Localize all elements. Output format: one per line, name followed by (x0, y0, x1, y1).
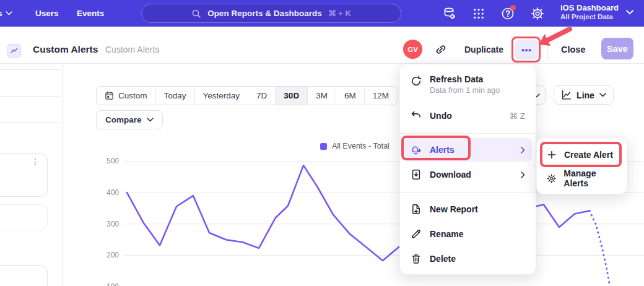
chevron-down-icon[interactable] (626, 10, 633, 15)
plus-icon (547, 150, 557, 160)
nav-users-label: Users (35, 9, 59, 18)
data-management-icon[interactable] (442, 6, 457, 21)
compare-label: Compare (105, 115, 142, 124)
delete-label: Delete (430, 254, 456, 264)
menu-divider (400, 192, 536, 193)
range-6m-label: 6M (344, 91, 356, 100)
search-shortcut: ⌘ + K (328, 9, 351, 18)
project-subtitle: All Project Data (560, 13, 619, 20)
project-title: iOS Dashboard (560, 3, 619, 12)
close-button[interactable]: Close (561, 45, 586, 54)
y-axis-tick: 400 (98, 188, 119, 197)
range-today-label: Today (164, 91, 186, 100)
range-today[interactable]: Today (155, 87, 194, 105)
undo-icon (411, 110, 422, 121)
legend-swatch-icon (320, 143, 327, 150)
toolbar-divider (547, 40, 548, 60)
search-icon (191, 9, 201, 19)
nav-events-label: Events (77, 9, 104, 18)
range-7d[interactable]: 7D (248, 87, 275, 105)
range-12m[interactable]: 12M (364, 87, 397, 105)
refresh-data-label: Refresh Data (430, 74, 500, 84)
chevron-down-icon (147, 118, 154, 122)
metric-card[interactable] (0, 204, 48, 230)
page-title: Custom Alerts (33, 44, 98, 55)
kebab-menu-icon[interactable]: ⋮ (31, 160, 40, 164)
range-30d-selected[interactable]: 30D (275, 87, 307, 105)
nav-item-users[interactable]: Users (35, 0, 59, 27)
more-options-button[interactable]: ••• (515, 40, 538, 59)
menu-item-undo[interactable]: Undo ⌘ Z (400, 103, 536, 129)
new-report-icon (411, 204, 422, 215)
sidebar-row-divider (0, 122, 60, 123)
nav-item-truncated[interactable]: s (0, 0, 12, 27)
chart-type-label: Line (577, 90, 594, 100)
notification-dot (510, 5, 516, 11)
date-range-control: Custom Today Yesterday 7D 30D 3M 6M 12M (96, 86, 398, 105)
range-3m-label: 3M (316, 91, 328, 100)
nav-item-events[interactable]: Events (77, 0, 104, 27)
gear-icon (547, 173, 556, 184)
range-custom[interactable]: Custom (97, 87, 155, 105)
alerts-label: Alerts (430, 145, 455, 155)
y-axis-tick: 100 (98, 282, 119, 286)
search-placeholder: Open Reports & Dashboards (207, 9, 322, 18)
range-7d-label: 7D (256, 91, 267, 100)
metric-card[interactable] (0, 265, 48, 286)
copy-link-icon[interactable] (435, 43, 447, 56)
chevron-down-icon (599, 93, 606, 97)
project-switcher[interactable]: iOS Dashboard All Project Data (560, 3, 619, 20)
top-navbar: s Users Events Open Reports & Dashboards… (0, 0, 644, 27)
save-button[interactable]: Save (601, 38, 633, 59)
rename-label: Rename (430, 229, 463, 239)
breadcrumb: Custom Alerts (105, 45, 159, 54)
apps-grid-icon[interactable] (471, 6, 486, 21)
download-label: Download (430, 170, 471, 180)
chevron-down-icon (6, 11, 12, 15)
submenu-item-manage-alerts[interactable]: Manage Alerts (537, 167, 627, 190)
sidebar-row-divider (0, 69, 60, 70)
range-6m[interactable]: 6M (336, 87, 364, 105)
y-axis-tick: 500 (98, 157, 119, 165)
y-axis-tick: 200 (98, 251, 119, 259)
alert-bell-icon (411, 144, 422, 155)
settings-gear-icon[interactable] (530, 6, 545, 21)
download-icon (411, 169, 422, 180)
report-toolbar: Custom Alerts Custom Alerts GV Duplicate… (0, 27, 644, 64)
nav-item-truncated-label: s (0, 9, 2, 18)
menu-item-alerts[interactable]: Alerts (404, 138, 532, 162)
more-options-menu: Refresh Data Data from 1 min ago Undo ⌘ … (399, 64, 536, 275)
chart-type-button[interactable]: Line (554, 85, 614, 105)
chevron-right-icon (521, 147, 525, 154)
range-30d-label: 30D (284, 91, 299, 100)
undo-shortcut: ⌘ Z (510, 111, 526, 121)
range-3m[interactable]: 3M (307, 87, 336, 105)
refresh-data-subtitle: Data from 1 min ago (430, 86, 500, 95)
create-alert-label: Create Alert (564, 150, 613, 160)
trash-icon (411, 253, 422, 264)
submenu-item-create-alert[interactable]: Create Alert (537, 143, 627, 167)
duplicate-button[interactable]: Duplicate (464, 45, 503, 54)
compare-button[interactable]: Compare (96, 110, 163, 129)
menu-item-rename[interactable]: Rename (400, 222, 536, 246)
range-custom-label: Custom (118, 91, 147, 100)
avatar[interactable]: GV (403, 40, 422, 59)
legend-all-events-total[interactable]: All Events - Total (320, 142, 389, 150)
search-input[interactable]: Open Reports & Dashboards ⌘ + K (141, 4, 401, 23)
line-chart-icon (561, 90, 572, 100)
menu-item-delete[interactable]: Delete (400, 246, 536, 271)
insights-report-icon (7, 44, 21, 58)
range-yesterday-label: Yesterday (203, 91, 240, 100)
new-report-label: New Report (430, 204, 478, 214)
undo-label: Undo (430, 111, 452, 121)
legend-label: All Events - Total (332, 142, 389, 150)
help-icon[interactable] (500, 6, 515, 21)
metric-card[interactable] (0, 153, 48, 197)
menu-item-new-report[interactable]: New Report (400, 197, 536, 222)
menu-item-download[interactable]: Download (400, 162, 536, 188)
menu-item-refresh-data[interactable]: Refresh Data Data from 1 min ago (400, 71, 536, 103)
chevron-right-icon (521, 171, 525, 178)
sidebar-row-divider (0, 96, 60, 97)
y-axis-tick: 300 (98, 220, 119, 228)
range-yesterday[interactable]: Yesterday (194, 87, 248, 105)
